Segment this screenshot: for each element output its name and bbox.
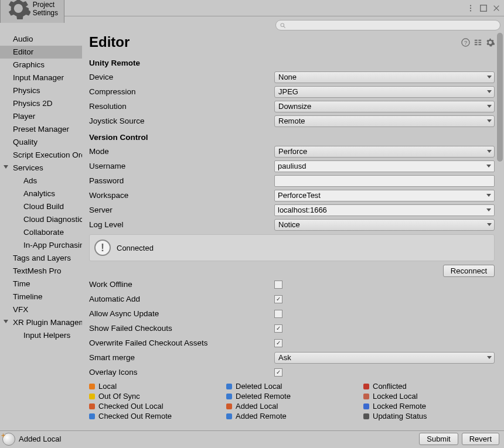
sidebar-item-input-helpers[interactable]: Input Helpers bbox=[0, 329, 82, 342]
legend-conflicted: Conflicted bbox=[363, 382, 495, 391]
dropdown-compression[interactable]: JPEG bbox=[274, 86, 495, 98]
label-server: Server bbox=[89, 206, 274, 214]
field-password[interactable] bbox=[274, 175, 495, 187]
label-password: Password bbox=[89, 176, 274, 185]
label-workspace: Workspace bbox=[89, 191, 274, 200]
checkbox-work-offline[interactable] bbox=[274, 281, 282, 289]
page-title: Editor bbox=[89, 34, 130, 50]
svg-rect-10 bbox=[478, 42, 481, 43]
legend-deleted-remote: Deleted Remote bbox=[226, 392, 357, 401]
sidebar-item-time[interactable]: Time bbox=[0, 278, 82, 290]
dropdown-resolution[interactable]: Downsize bbox=[274, 101, 495, 112]
dropdown-loglevel[interactable]: Notice bbox=[274, 219, 495, 231]
field-workspace[interactable]: PerforceTest bbox=[274, 190, 495, 201]
legend-locked-local: Locked Local bbox=[363, 392, 495, 401]
legend-added-local: Added Local bbox=[226, 402, 357, 411]
label-smart-merge: Smart merge bbox=[89, 353, 274, 362]
sidebar-item-physics-2d[interactable]: Physics 2D bbox=[0, 97, 82, 110]
field-username[interactable]: pauliusd bbox=[274, 160, 495, 172]
settings-icon[interactable] bbox=[486, 38, 495, 47]
sidebar-item-script-execution-order[interactable]: Script Execution Order bbox=[0, 149, 82, 162]
scrollbar[interactable] bbox=[496, 30, 504, 430]
overlay-legend: LocalDeleted LocalConflictedOut Of SyncD… bbox=[89, 382, 495, 420]
label-overwrite-failed: Overwrite Failed Checkout Assets bbox=[89, 338, 274, 347]
checkbox-overlay-icons[interactable]: ✓ bbox=[274, 368, 282, 377]
dropdown-mode[interactable]: Perforce bbox=[274, 146, 495, 158]
legend-updating-status: Updating Status bbox=[363, 412, 495, 420]
svg-point-0 bbox=[470, 5, 471, 6]
legend-checked-out-remote: Checked Out Remote bbox=[89, 412, 220, 420]
sidebar-item-audio[interactable]: Audio bbox=[0, 33, 82, 46]
svg-rect-3 bbox=[481, 5, 487, 11]
label-loglevel: Log Level bbox=[89, 220, 274, 229]
dropdown-device[interactable]: None bbox=[274, 71, 495, 83]
dropdown-smart-merge[interactable]: Ask bbox=[274, 352, 495, 364]
label-overlay-icons: Overlay Icons bbox=[89, 368, 274, 377]
svg-rect-7 bbox=[475, 39, 478, 40]
legend-out-of-sync: Out Of Sync bbox=[89, 392, 220, 401]
search-icon bbox=[280, 22, 286, 29]
sidebar-item-timeline[interactable]: Timeline bbox=[0, 290, 82, 303]
sidebar-item-cloud-build[interactable]: Cloud Build bbox=[0, 200, 82, 213]
legend-locked-remote: Locked Remote bbox=[363, 402, 495, 411]
sidebar-item-quality[interactable]: Quality bbox=[0, 136, 82, 149]
sidebar-item-services[interactable]: Services bbox=[0, 162, 82, 175]
section-unity-remote: Unity Remote bbox=[89, 59, 495, 67]
gear-icon bbox=[6, 0, 30, 20]
search-input[interactable] bbox=[275, 20, 500, 30]
label-show-failed: Show Failed Checkouts bbox=[89, 324, 274, 333]
sidebar-item-tags-and-layers[interactable]: Tags and Layers bbox=[0, 252, 82, 265]
label-async-update: Allow Async Update bbox=[89, 309, 274, 318]
status-bar-icon: + bbox=[2, 433, 15, 446]
label-resolution: Resolution bbox=[89, 102, 274, 111]
sidebar-item-xr-plugin-management[interactable]: XR Plugin Management bbox=[0, 316, 82, 329]
tab-project-settings[interactable]: Project Settings bbox=[0, 0, 64, 23]
dropdown-joystick[interactable]: Remote bbox=[274, 115, 495, 127]
status-text: Connected bbox=[117, 244, 154, 252]
preset-icon[interactable] bbox=[474, 38, 482, 47]
menu-icon[interactable] bbox=[466, 4, 475, 12]
sidebar-item-input-manager[interactable]: Input Manager bbox=[0, 71, 82, 84]
label-device: Device bbox=[89, 73, 274, 81]
svg-rect-11 bbox=[475, 44, 478, 45]
svg-rect-12 bbox=[478, 44, 481, 45]
sidebar-item-editor[interactable]: Editor bbox=[0, 46, 82, 59]
submit-button[interactable]: Submit bbox=[419, 433, 458, 445]
maximize-icon[interactable] bbox=[479, 4, 488, 12]
sidebar-item-in-app-purchasing[interactable]: In-App Purchasing bbox=[0, 239, 82, 252]
checkbox-show-failed[interactable]: ✓ bbox=[274, 324, 282, 333]
svg-text:?: ? bbox=[464, 40, 467, 46]
sidebar-item-collaborate[interactable]: Collaborate bbox=[0, 226, 82, 239]
sidebar-item-textmesh-pro[interactable]: TextMesh Pro bbox=[0, 265, 82, 278]
close-icon[interactable] bbox=[492, 4, 500, 12]
label-mode: Mode bbox=[89, 147, 274, 156]
label-auto-add: Automatic Add bbox=[89, 295, 274, 303]
sidebar-item-vfx[interactable]: VFX bbox=[0, 303, 82, 316]
svg-point-1 bbox=[470, 7, 471, 8]
legend-local: Local bbox=[89, 382, 220, 391]
sidebar-item-graphics[interactable]: Graphics bbox=[0, 59, 82, 71]
sidebar-item-cloud-diagnostics[interactable]: Cloud Diagnostics bbox=[0, 213, 82, 226]
label-joystick: Joystick Source bbox=[89, 117, 274, 125]
legend-added-remote: Added Remote bbox=[226, 412, 357, 420]
checkbox-async-update[interactable] bbox=[274, 310, 282, 318]
legend-checked-out-local: Checked Out Local bbox=[89, 402, 220, 411]
legend-deleted-local: Deleted Local bbox=[226, 382, 357, 391]
section-version-control: Version Control bbox=[89, 133, 495, 142]
reconnect-button[interactable]: Reconnect bbox=[443, 265, 495, 277]
help-icon[interactable]: ? bbox=[461, 38, 470, 47]
field-server[interactable]: localhost:1666 bbox=[274, 204, 495, 216]
revert-button[interactable]: Revert bbox=[462, 433, 499, 445]
sidebar-item-preset-manager[interactable]: Preset Manager bbox=[0, 123, 82, 136]
status-bar-text: Added Local bbox=[19, 435, 61, 443]
sidebar-item-physics[interactable]: Physics bbox=[0, 84, 82, 97]
window-title: Project Settings bbox=[33, 1, 58, 17]
checkbox-auto-add[interactable]: ✓ bbox=[274, 295, 282, 303]
sidebar-item-analytics[interactable]: Analytics bbox=[0, 187, 82, 200]
sidebar-item-player[interactable]: Player bbox=[0, 110, 82, 123]
svg-point-2 bbox=[470, 10, 471, 11]
svg-point-4 bbox=[281, 23, 284, 27]
sidebar-item-ads[interactable]: Ads bbox=[0, 175, 82, 187]
svg-rect-8 bbox=[478, 39, 481, 40]
checkbox-overwrite-failed[interactable]: ✓ bbox=[274, 339, 282, 347]
